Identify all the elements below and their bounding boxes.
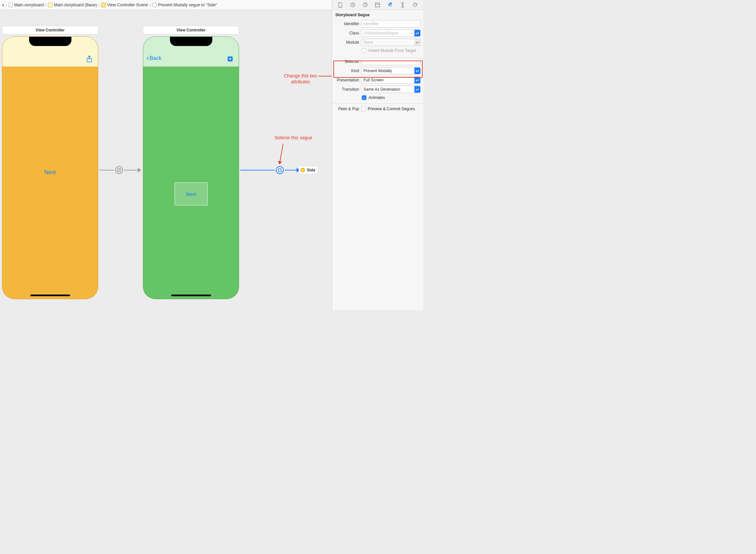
size-inspector-tab[interactable] [398,1,406,9]
label-kind: Kind [335,68,359,73]
side-chip-label: Side [307,168,315,172]
annotation-change-attrs: Change this two attributes [281,73,319,85]
animates-label: Animates [368,95,385,100]
label-identifier: Identifier [335,21,359,26]
vc2-next-button[interactable]: Next [186,191,196,197]
breadcrumb-label: Present Modally segue to "Side" [158,3,217,7]
vc1-title-bar[interactable]: View Controller [2,26,98,35]
row-identifier: Identifier Identifier [332,19,423,29]
segue-line [124,170,138,170]
segue-node-icon[interactable] [115,166,123,174]
breadcrumb-scene[interactable]: View Controller Scene [101,3,148,7]
row-class: Class UIStoryboardSegue ◦ ▴▾ [332,29,423,38]
kind-dropdown[interactable]: Present Modally ▴▾ [361,67,421,74]
breadcrumb-main-storyboard[interactable]: Main.storyboard [8,3,44,7]
vc2-title-bar[interactable]: View Controller [143,26,239,35]
row-selector: Selector [332,57,423,66]
home-indicator-icon [171,294,211,296]
goto-class-icon[interactable]: ◦ [409,31,415,36]
inspector-panel: ? Storyboard Segue Identifier Identifier… [332,0,423,310]
dropdown-arrows-icon: ▴▾ [415,67,420,74]
label-class: Class [335,31,359,36]
side-vc-reference[interactable]: ◎ Side [299,166,318,174]
annotation-line2: attributes [291,79,310,85]
presentation-dropdown[interactable]: Full Screen ▴▾ [361,76,421,84]
chevron-right-icon: › [149,2,151,8]
annotation-text: Selecte this segue [274,135,312,140]
row-animates: ✓ Animates [332,94,423,101]
segue-vc1-to-vc2[interactable] [99,166,141,174]
back-label: Back [149,55,162,61]
vc2-container-view[interactable]: Next [175,182,208,206]
class-value: UIStoryboardSegue [364,31,409,36]
annotation-select-segue: Selecte this segue [274,135,312,140]
class-dropdown[interactable]: UIStoryboardSegue ◦ ▴▾ [361,30,421,37]
storyboard-file-icon [8,3,13,7]
notch-icon [170,37,212,46]
row-kind: Kind Present Modally ▴▾ [332,66,423,75]
breadcrumb-label: Main.storyboard (Base) [54,3,97,7]
inherit-label: Inherit Module From Target [368,48,416,53]
preview-commit-checkbox[interactable] [361,107,366,111]
breadcrumb-segue[interactable]: Present Modally segue to "Side" [152,3,217,7]
help-inspector-tab[interactable]: ? [361,1,369,9]
chevron-right-icon: › [45,2,47,8]
animates-checkbox[interactable]: ✓ [362,95,366,100]
selector-field[interactable] [361,58,421,65]
device-preview-vc1[interactable]: Next [2,37,98,299]
identifier-placeholder: Identifier [364,21,379,26]
svg-text:?: ? [365,3,366,7]
device-preview-vc2[interactable]: ‹ Back Next [143,37,239,299]
identifier-field[interactable]: Identifier [361,20,421,27]
scene-icon [101,3,106,7]
storyboard-reference-icon: ◎ [300,168,305,172]
segue-vc2-to-side[interactable] [240,166,300,174]
label-presentation: Presentation [335,78,359,82]
inspector-section-title: Storyboard Segue [332,10,423,19]
transition-dropdown[interactable]: Same As Destination ▴▾ [361,86,421,93]
storyboard-canvas[interactable]: View Controller View Controller Next ‹ B… [0,10,332,310]
vc1-navbar [2,37,98,66]
attributes-inspector-tab[interactable] [386,1,394,9]
download-icon[interactable] [227,55,234,63]
vc2-title-text: View Controller [177,28,206,33]
breadcrumb-label: View Controller Scene [107,3,148,7]
vc2-content: Next [143,66,239,299]
breadcrumb-main-storyboard-base[interactable]: Main.storyboard (Base) [48,3,97,7]
chevron-right-icon: › [98,2,100,8]
identity-inspector-tab[interactable] [374,1,382,9]
label-selector: Selector [335,59,359,64]
label-peek-pop: Peek & Pop [335,107,359,111]
vc1-next-button[interactable]: Next [44,169,56,176]
back-button[interactable]: ‹ Back [146,55,162,62]
file-inspector-tab[interactable] [336,1,344,9]
row-module: Module None ▴▾ [332,38,423,47]
dropdown-arrows-icon: ▴▾ [415,30,420,37]
svg-rect-10 [375,3,380,7]
history-inspector-tab[interactable] [349,1,357,9]
dropdown-arrows-icon: ▴▾ [415,86,420,93]
breadcrumb-root[interactable]: s [2,3,4,7]
segue-line [99,170,114,170]
row-presentation: Presentation Full Screen ▴▾ [332,75,423,85]
share-icon[interactable] [86,55,93,63]
vc1-title-text: View Controller [36,28,65,33]
transition-value: Same As Destination [364,87,415,92]
annotation-line1: Change this two [284,73,317,78]
dropdown-arrows-icon: ▴▾ [415,39,420,46]
segue-icon [152,3,157,7]
vc1-content: Next [2,66,98,299]
svg-rect-6 [278,169,281,171]
row-peek-pop: Peek & Pop Preview & Commit Segues [332,106,423,112]
inherit-checkbox[interactable] [362,48,366,53]
divider [332,103,423,104]
svg-rect-5 [118,169,120,171]
vc2-navbar: ‹ Back [143,37,239,66]
kind-value: Present Modally [364,68,415,73]
storyboard-base-icon [48,3,53,7]
segue-node-icon[interactable] [276,166,284,174]
connections-inspector-tab[interactable] [411,1,419,9]
module-dropdown[interactable]: None ▴▾ [361,39,421,46]
row-inherit-module: Inherit Module From Target [332,47,423,54]
segue-line [285,170,297,170]
